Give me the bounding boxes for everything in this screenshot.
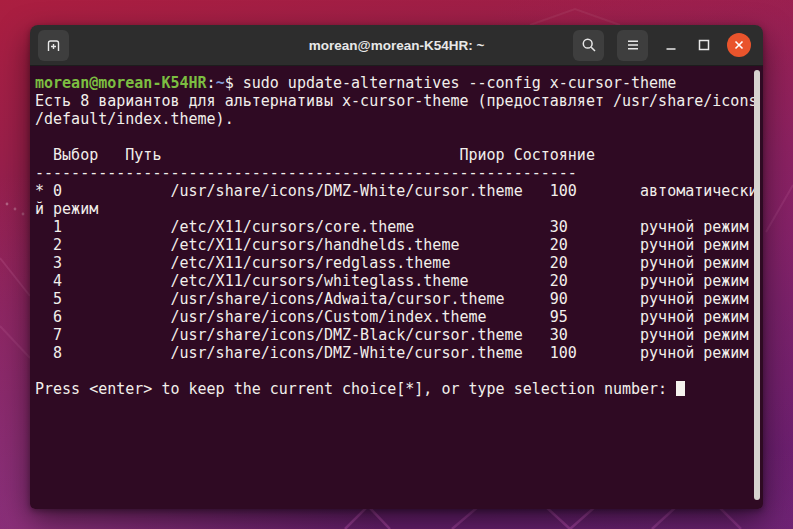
new-tab-button[interactable] [38, 30, 69, 61]
table-row: 1 /etc/X11/cursors/core.theme 30 ручной … [35, 218, 763, 236]
terminal-output-line: /default/index.theme). [35, 110, 763, 128]
table-row: 5 /usr/share/icons/Adwaita/cursor.theme … [35, 290, 763, 308]
table-row: * 0 /usr/share/icons/DMZ-White/cursor.th… [35, 182, 763, 200]
prompt-dollar: $ [225, 74, 243, 92]
press-enter-text: Press <enter> to keep the current choice… [35, 380, 676, 398]
terminal-output-line [35, 128, 763, 146]
new-tab-icon [45, 37, 62, 54]
prompt-separator: : [207, 74, 216, 92]
search-button[interactable] [573, 30, 604, 61]
table-row: 8 /usr/share/icons/DMZ-White/cursor.them… [35, 344, 763, 362]
close-button[interactable] [727, 33, 751, 57]
table-row: 4 /etc/X11/cursors/whiteglass.theme 20 р… [35, 272, 763, 290]
table-row: 3 /etc/X11/cursors/redglass.theme 20 руч… [35, 254, 763, 272]
text-cursor [676, 381, 685, 396]
minimize-icon [664, 38, 678, 52]
terminal-prompt-line: morean@morean-K54HR:~$ sudo update-alter… [35, 74, 763, 92]
hamburger-menu-icon [625, 37, 641, 53]
table-row-wrap: й режим [35, 200, 763, 218]
menu-button[interactable] [617, 30, 648, 61]
table-row: 6 /usr/share/icons/Custom/index.theme 95… [35, 308, 763, 326]
terminal-output-line: Есть 8 вариантов для альтернативы x-curs… [35, 92, 763, 110]
terminal-input-line[interactable]: Press <enter> to keep the current choice… [35, 380, 763, 398]
terminal-output-line [35, 362, 763, 380]
close-icon [733, 39, 745, 51]
table-header-line: Выбор Путь Приор Состояние [35, 146, 763, 164]
scrollbar-thumb[interactable] [754, 70, 760, 500]
command-text: sudo update-alternatives --config x-curs… [243, 74, 676, 92]
prompt-path: ~ [216, 74, 225, 92]
minimize-button[interactable] [661, 35, 681, 55]
table-row: 7 /usr/share/icons/DMZ-Black/cursor.them… [35, 326, 763, 344]
table-row: 2 /etc/X11/cursors/handhelds.theme 20 ру… [35, 236, 763, 254]
maximize-button[interactable] [694, 35, 714, 55]
maximize-icon [697, 38, 711, 52]
titlebar[interactable]: morean@morean-K54HR: ~ [30, 25, 763, 66]
prompt-user-host: morean@morean-K54HR [35, 74, 207, 92]
search-icon [581, 37, 597, 53]
table-divider-line: ----------------------------------------… [35, 164, 763, 182]
terminal-window: morean@morean-K54HR: ~ [30, 25, 763, 509]
terminal-content[interactable]: morean@morean-K54HR:~$ sudo update-alter… [30, 66, 763, 509]
